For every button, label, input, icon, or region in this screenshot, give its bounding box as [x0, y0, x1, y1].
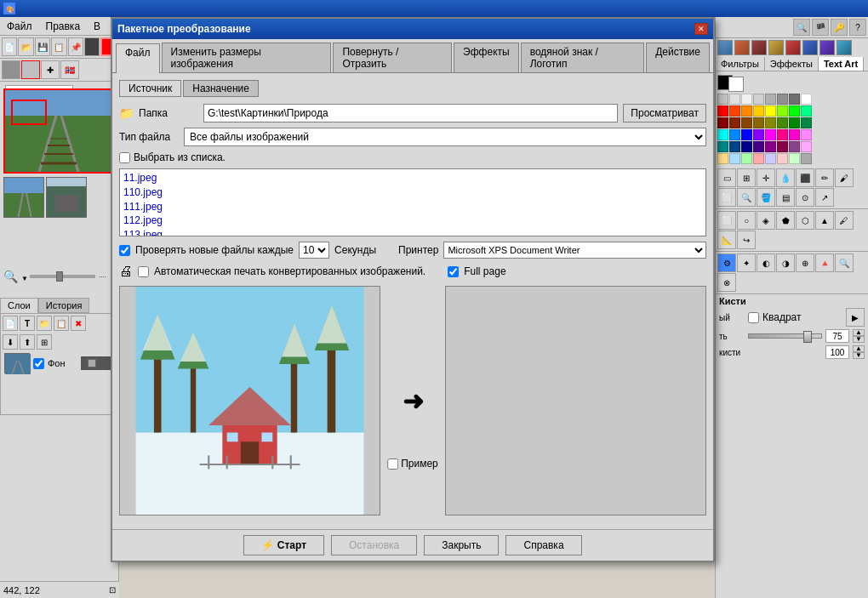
- tool-a7[interactable]: 🖋: [835, 211, 854, 230]
- opacity-value[interactable]: [825, 345, 849, 359]
- help-button[interactable]: Справка: [505, 535, 581, 555]
- layer-center[interactable]: ⊞: [37, 334, 52, 350]
- color-cell[interactable]: [765, 129, 776, 140]
- color-cell[interactable]: [765, 153, 776, 164]
- dialog-close-button[interactable]: ✕: [694, 23, 708, 35]
- color-cell[interactable]: [729, 105, 740, 117]
- tool-gradient[interactable]: ▤: [776, 188, 795, 207]
- color-cell[interactable]: [789, 141, 800, 152]
- dialog-tab-effects[interactable]: Эффекты: [454, 43, 519, 72]
- preview-checkbox[interactable]: [387, 458, 398, 470]
- tool-rubber[interactable]: ⬜: [717, 188, 736, 207]
- file-list[interactable]: 11.jpeg 110.jpeg 111.jpeg 112.jpeg 113.j…: [119, 168, 706, 236]
- color-cell[interactable]: [777, 94, 788, 105]
- color-cell[interactable]: [765, 105, 776, 117]
- tool-b4[interactable]: ◑: [776, 253, 795, 272]
- file-item-2[interactable]: 110.jpeg: [123, 185, 702, 200]
- filetype-select[interactable]: Все файлы изображений: [184, 128, 706, 146]
- color-cell[interactable]: [717, 94, 728, 105]
- layer-up[interactable]: ⬆: [20, 334, 35, 350]
- color-cell[interactable]: [789, 105, 800, 117]
- select-from-list-checkbox[interactable]: [119, 152, 130, 163]
- color-cell[interactable]: [801, 141, 812, 152]
- layer-item-1[interactable]: Фон: [1, 351, 118, 375]
- color-cell[interactable]: [765, 117, 776, 128]
- layer-delete[interactable]: ✖: [71, 316, 86, 331]
- tool-a9[interactable]: ↪: [737, 231, 756, 249]
- file-item-4[interactable]: 112.jpeg: [123, 214, 702, 228]
- file-item-1[interactable]: 11.jpeg: [123, 171, 702, 185]
- layer-text[interactable]: T: [20, 316, 35, 331]
- dialog-tab-file[interactable]: Файл: [116, 43, 160, 73]
- menu-edit[interactable]: Правка: [43, 20, 84, 33]
- folder-path-input[interactable]: [203, 104, 618, 122]
- color-cell[interactable]: [741, 141, 752, 152]
- color-cell[interactable]: [741, 94, 752, 105]
- color-cell[interactable]: [717, 117, 728, 128]
- auto-print-checkbox[interactable]: [138, 266, 149, 277]
- color-cell[interactable]: [741, 117, 752, 128]
- menu-file[interactable]: Файл: [3, 20, 36, 33]
- color-cell[interactable]: [741, 153, 752, 164]
- tool-select[interactable]: ▭: [717, 168, 736, 187]
- color-cell[interactable]: [801, 117, 812, 128]
- color-cell[interactable]: [777, 105, 788, 117]
- right-icon-zoom[interactable]: 🔍: [793, 19, 810, 36]
- save-btn[interactable]: 💾: [35, 37, 50, 56]
- new-btn[interactable]: 📄: [2, 37, 17, 56]
- opacity-down[interactable]: ▼: [853, 352, 865, 359]
- dialog-tab-rotate[interactable]: Повернуть / Отразить: [333, 43, 452, 72]
- color-cell[interactable]: [789, 117, 800, 128]
- tool-b3[interactable]: ◐: [757, 253, 775, 272]
- right-icon-key[interactable]: 🔑: [831, 19, 848, 36]
- tool-b5[interactable]: ⊕: [796, 253, 814, 272]
- layer-down[interactable]: ⬇: [3, 334, 18, 350]
- color-cell[interactable]: [717, 129, 728, 140]
- file-item-3[interactable]: 111.jpeg: [123, 200, 702, 214]
- layer-visible-checkbox[interactable]: [33, 358, 44, 369]
- color-cell[interactable]: [753, 153, 764, 164]
- layer-new[interactable]: 📄: [3, 316, 18, 331]
- layer-folder[interactable]: 📁: [37, 316, 52, 331]
- dialog-tab-resize[interactable]: Изменить размеры изображения: [162, 43, 332, 72]
- color-cell[interactable]: [801, 105, 812, 117]
- browse-button[interactable]: Просматриват: [623, 104, 706, 122]
- tab-text-art[interactable]: Text Art: [819, 57, 864, 71]
- tool-b8[interactable]: ⊗: [717, 273, 736, 292]
- brush-expand[interactable]: ▶: [846, 308, 865, 327]
- history-tab[interactable]: История: [38, 298, 90, 313]
- color-cell[interactable]: [753, 129, 764, 140]
- check-new-files-checkbox[interactable]: [119, 245, 130, 256]
- tool-c[interactable]: ✚: [41, 60, 60, 79]
- color-cell[interactable]: [717, 153, 728, 164]
- right-icon-flag[interactable]: 🏴: [812, 19, 829, 36]
- color-cell[interactable]: [717, 141, 728, 152]
- destination-tab[interactable]: Назначение: [183, 80, 259, 97]
- tool-b[interactable]: [21, 60, 40, 79]
- tool-a8[interactable]: 📐: [717, 231, 736, 249]
- open-btn[interactable]: 📂: [18, 37, 33, 56]
- tool-b6[interactable]: 🔺: [815, 253, 834, 272]
- tab-filters[interactable]: Фильтры: [716, 57, 765, 71]
- full-page-checkbox[interactable]: [448, 266, 459, 277]
- size-down[interactable]: ▼: [853, 336, 865, 343]
- tool-a6[interactable]: ▲: [815, 211, 834, 230]
- color-cell[interactable]: [753, 94, 764, 105]
- tool-d[interactable]: 🇳🇴: [60, 60, 79, 79]
- color-cell[interactable]: [789, 153, 800, 164]
- source-tab[interactable]: Источник: [119, 80, 181, 97]
- size-value[interactable]: [825, 329, 849, 343]
- color-cell[interactable]: [801, 129, 812, 140]
- tool-zoom-in[interactable]: 🔍: [737, 188, 756, 207]
- tool-a5[interactable]: ⬡: [796, 211, 814, 230]
- tool-extra[interactable]: ⬛: [796, 168, 814, 187]
- tool-a1[interactable]: ⬜: [717, 211, 736, 230]
- layers-tab[interactable]: Слои: [0, 298, 38, 313]
- color-cell[interactable]: [753, 117, 764, 128]
- tool-a2[interactable]: ○: [737, 211, 756, 230]
- close-button[interactable]: Закрыть: [424, 535, 499, 555]
- zoom-slider[interactable]: [30, 275, 95, 278]
- color-cell[interactable]: [801, 153, 812, 164]
- extra-btn1[interactable]: [84, 37, 100, 56]
- color-cell[interactable]: [741, 105, 752, 117]
